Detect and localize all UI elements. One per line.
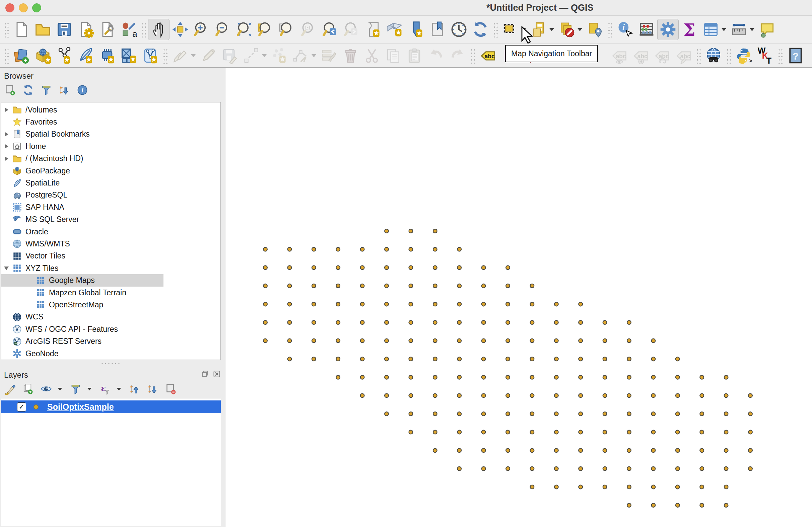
map-tips-button[interactable]	[756, 19, 778, 40]
browser-item-wcs[interactable]: WCS	[1, 311, 220, 323]
add-record-button[interactable]	[269, 45, 290, 66]
toggle-labels-button[interactable]: abc	[608, 45, 630, 66]
pan-map-button[interactable]	[148, 19, 170, 40]
tree-expanded-arrow-icon[interactable]	[1, 266, 11, 270]
new-spatial-bookmark-button[interactable]	[405, 19, 427, 40]
zoom-native-resolution-button[interactable]: 1:1	[298, 19, 320, 40]
layers-close-button[interactable]	[213, 370, 221, 378]
collapse-all-button[interactable]	[58, 83, 71, 97]
zoom-in-button[interactable]	[191, 19, 212, 40]
data-source-manager-button[interactable]	[11, 45, 32, 66]
vertex-tool-button[interactable]	[290, 45, 311, 66]
manage-map-themes-button[interactable]	[40, 382, 53, 396]
digitize-with-segment-dropdown-arrow[interactable]	[262, 54, 267, 57]
paste-features-button[interactable]	[404, 45, 425, 66]
zoom-out-button[interactable]	[212, 19, 234, 40]
filter-browser-button[interactable]	[40, 83, 53, 97]
zoom-next-button[interactable]	[341, 19, 362, 40]
identify-features-button[interactable]: i	[614, 19, 636, 40]
layer-visibility-checkbox[interactable]: ✓	[17, 402, 26, 411]
browser-item-mapzen-global-terrain[interactable]: Mapzen Global Terrain	[1, 287, 220, 299]
close-window-button[interactable]	[5, 3, 14, 12]
zoom-to-layer-button[interactable]	[255, 19, 277, 40]
new-shapefile-layer-button[interactable]	[54, 45, 75, 66]
layers-float-button[interactable]	[201, 370, 209, 378]
expand-all-button[interactable]	[128, 382, 141, 396]
zoom-full-extent-button[interactable]	[234, 19, 255, 40]
current-edits-dropdown-arrow[interactable]	[191, 54, 195, 57]
measure-dropdown-arrow[interactable]	[750, 28, 754, 31]
open-attribute-table-dropdown-arrow[interactable]	[722, 28, 726, 31]
wkt-tool-button[interactable]: WKT	[754, 45, 776, 66]
open-layer-styling-button[interactable]	[3, 382, 17, 396]
select-by-location-button[interactable]	[584, 19, 606, 40]
select-features-by-value-dropdown-arrow[interactable]	[549, 28, 554, 31]
help-button[interactable]: ?	[784, 45, 806, 66]
edit-labels-button[interactable]: abc	[673, 45, 694, 66]
delete-selected-button[interactable]	[340, 45, 361, 66]
tree-collapsed-arrow-icon[interactable]	[1, 132, 11, 136]
pin-labels-button[interactable]: abc	[630, 45, 651, 66]
save-project-button[interactable]	[54, 19, 75, 40]
save-layer-edits-button[interactable]	[219, 45, 241, 66]
open-project-button[interactable]	[32, 19, 54, 40]
temporal-controller-button[interactable]	[448, 19, 470, 40]
browser-item-wfs-ogc-api-features[interactable]: WFS / OGC API - Features	[1, 323, 220, 335]
processing-toolbox-button[interactable]	[657, 19, 679, 40]
rotate-labels-button[interactable]: abc	[651, 45, 673, 66]
new-temporary-scratch-layer-button[interactable]	[97, 45, 118, 66]
statistical-summary-button[interactable]: Σ	[679, 19, 700, 40]
layer-labeling-button[interactable]: abc	[477, 45, 498, 66]
manage-map-themes-dropdown-arrow[interactable]	[58, 388, 62, 391]
refresh-map-button[interactable]	[470, 19, 491, 40]
new-spatialite-layer-button[interactable]	[75, 45, 97, 66]
deselect-features-dropdown-arrow[interactable]	[578, 28, 582, 31]
toggle-editing-button[interactable]	[198, 45, 219, 66]
undo-button[interactable]	[425, 45, 447, 66]
new-3d-map-view-button[interactable]	[384, 19, 405, 40]
modify-attributes-button[interactable]	[318, 45, 340, 66]
new-project-button[interactable]	[11, 19, 32, 40]
redo-button[interactable]	[447, 45, 468, 66]
browser-item-geonode[interactable]: GeoNode	[1, 348, 220, 360]
vertex-tool-dropdown-arrow[interactable]	[311, 54, 316, 57]
new-geopackage-layer-button[interactable]	[32, 45, 54, 66]
show-layout-manager-button[interactable]	[97, 19, 118, 40]
browser-item-macintosh-hd[interactable]: / (Macintosh HD)	[1, 153, 220, 165]
remove-layer-button[interactable]	[164, 382, 177, 396]
layer-item-soiloptixsample[interactable]: ✓SoilOptixSample	[1, 400, 221, 413]
pan-to-selection-button[interactable]	[170, 19, 191, 40]
new-mesh-layer-button[interactable]	[118, 45, 139, 66]
measure-button[interactable]	[728, 19, 750, 40]
deselect-features-button[interactable]	[556, 19, 578, 40]
browser-item-home[interactable]: Home	[1, 140, 220, 152]
filter-by-expression-dropdown-arrow[interactable]	[117, 388, 121, 391]
browser-item-vector-tiles[interactable]: Vector Tiles	[1, 250, 220, 262]
collapse-all-layers-button[interactable]	[146, 382, 159, 396]
style-manager-button[interactable]: a	[118, 19, 139, 40]
tree-collapsed-arrow-icon[interactable]	[1, 156, 11, 161]
current-edits-button[interactable]	[170, 45, 191, 66]
zoom-to-selection-button[interactable]	[277, 19, 298, 40]
browser-item-spatial-bookmarks[interactable]: Spatial Bookmarks	[1, 128, 220, 140]
browser-item-favorites[interactable]: Favorites	[1, 116, 220, 128]
cut-features-button[interactable]	[361, 45, 382, 66]
refresh-browser-button[interactable]	[21, 83, 35, 97]
tree-collapsed-arrow-icon[interactable]	[1, 107, 11, 112]
browser-item-wms-wmts[interactable]: WMS/WMTS	[1, 238, 220, 250]
browser-item-sap-hana[interactable]: SAP HANA	[1, 201, 220, 213]
select-features-button[interactable]	[500, 19, 521, 40]
browser-item-arcgis-rest-servers[interactable]: ArcGIS REST Servers	[1, 335, 220, 347]
zoom-window-button[interactable]	[32, 3, 41, 12]
python-console-button[interactable]: >	[733, 45, 754, 66]
metasearch-button[interactable]	[703, 45, 724, 66]
new-map-view-button[interactable]	[362, 19, 384, 40]
browser-item-oracle[interactable]: Oracle	[1, 226, 220, 238]
tree-collapsed-arrow-icon[interactable]	[1, 144, 11, 149]
panel-splitter[interactable]	[0, 360, 226, 367]
filter-legend-button[interactable]	[69, 382, 83, 396]
browser-item-postgresql[interactable]: PostgreSQL	[1, 189, 220, 201]
add-group-button[interactable]	[21, 382, 35, 396]
map-canvas[interactable]	[226, 68, 812, 527]
show-spatial-bookmarks-button[interactable]	[427, 19, 448, 40]
